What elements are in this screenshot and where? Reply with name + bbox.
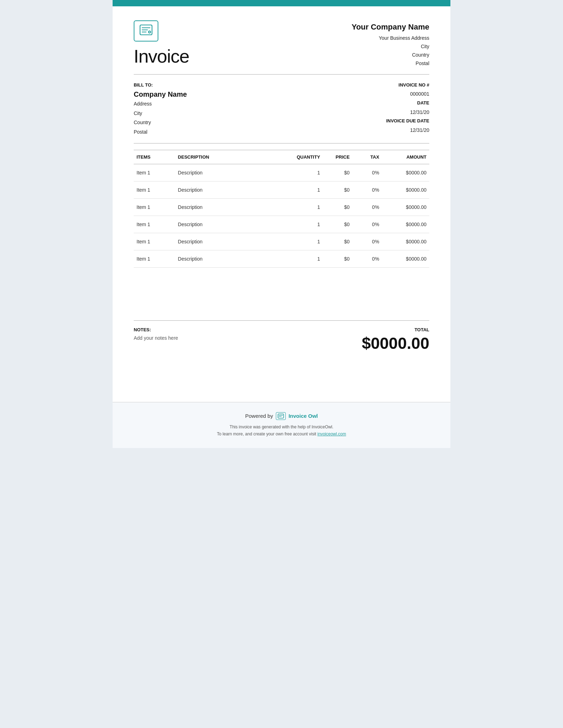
notes-total-section: NOTES: Add your notes here TOTAL $0000.0…: [134, 320, 429, 353]
billing-section: BILL TO: Company Name Address City Count…: [134, 81, 429, 137]
footer-disclaimer: This invoice was generated with the help…: [113, 423, 450, 438]
footer-brand-name: Invoice Owl: [289, 413, 318, 419]
powered-by: Powered by Invoice Owl: [113, 412, 450, 420]
table-row: Item 1 Description 1 $0 0% $0000.00: [134, 216, 429, 233]
header-section: Invoice Your Company Name Your Business …: [134, 20, 429, 68]
total-label: TOTAL: [338, 327, 429, 332]
table-row: Item 1 Description 1 $0 0% $0000.00: [134, 233, 429, 250]
cell-tax-4: 0%: [353, 233, 382, 250]
client-postal: Postal: [134, 127, 187, 137]
cell-amount-3: $0000.00: [382, 216, 429, 233]
due-date-value: 12/31/20: [386, 126, 429, 135]
invoice-page: Invoice Your Company Name Your Business …: [113, 0, 450, 448]
bill-to-area: BILL TO: Company Name Address City Count…: [134, 81, 187, 137]
company-info: Your Company Name Your Business Address …: [352, 20, 429, 68]
total-area: TOTAL $0000.00: [338, 327, 429, 353]
header-divider: [134, 74, 429, 75]
bill-to-label: BILL TO:: [134, 81, 187, 90]
logo-title-area: Invoice: [134, 20, 189, 67]
col-header-amount: AMOUNT: [382, 150, 429, 164]
cell-price-5: $0: [323, 250, 353, 267]
table-row: Item 1 Description 1 $0 0% $0000.00: [134, 164, 429, 181]
billing-divider: [134, 143, 429, 143]
cell-price-3: $0: [323, 216, 353, 233]
client-company-name: Company Name: [134, 89, 187, 99]
cell-item-5: Item 1: [134, 250, 175, 267]
cell-amount-4: $0000.00: [382, 233, 429, 250]
col-header-description: DESCRIPTION: [175, 150, 287, 164]
date-value: 12/31/20: [386, 108, 429, 117]
cell-qty-5: 1: [287, 250, 323, 267]
date-label: DATE: [386, 99, 429, 108]
cell-desc-4: Description: [175, 233, 287, 250]
col-header-price: PRICE: [323, 150, 353, 164]
table-row: Item 1 Description 1 $0 0% $0000.00: [134, 198, 429, 216]
col-header-tax: TAX: [353, 150, 382, 164]
invoice-no-value: 0000001: [386, 89, 429, 99]
footer-disclaimer-line2: To learn more, and create your own free …: [113, 430, 450, 438]
cell-item-0: Item 1: [134, 164, 175, 181]
footer-disclaimer-line1: This invoice was generated with the help…: [113, 423, 450, 430]
cell-desc-0: Description: [175, 164, 287, 181]
cell-desc-3: Description: [175, 216, 287, 233]
footer-logo-icon: [276, 412, 286, 420]
cell-qty-0: 1: [287, 164, 323, 181]
powered-by-text: Powered by: [245, 413, 273, 419]
cell-qty-1: 1: [287, 181, 323, 198]
company-postal: Postal: [352, 59, 429, 68]
cell-amount-2: $0000.00: [382, 198, 429, 216]
client-country: Country: [134, 118, 187, 127]
cell-desc-5: Description: [175, 250, 287, 267]
notes-label: NOTES:: [134, 327, 338, 332]
cell-tax-1: 0%: [353, 181, 382, 198]
cell-tax-3: 0%: [353, 216, 382, 233]
cell-qty-4: 1: [287, 233, 323, 250]
col-header-items: ITEMS: [134, 150, 175, 164]
table-row: Item 1 Description 1 $0 0% $0000.00: [134, 181, 429, 198]
items-table: ITEMS DESCRIPTION QUANTITY PRICE TAX AMO…: [134, 150, 429, 268]
spacer: [134, 275, 429, 310]
cell-amount-5: $0000.00: [382, 250, 429, 267]
invoice-meta: INVOICE NO # 0000001 DATE 12/31/20 INVOI…: [386, 81, 429, 135]
col-header-quantity: QUANTITY: [287, 150, 323, 164]
table-row: Item 1 Description 1 $0 0% $0000.00: [134, 250, 429, 267]
company-city: City: [352, 43, 429, 51]
footer-link[interactable]: invoiceowl.com: [317, 432, 346, 436]
cell-price-4: $0: [323, 233, 353, 250]
client-city: City: [134, 109, 187, 118]
company-country: Country: [352, 51, 429, 59]
cell-tax-0: 0%: [353, 164, 382, 181]
notes-text: Add your notes here: [134, 335, 338, 341]
cell-desc-1: Description: [175, 181, 287, 198]
svg-rect-7: [278, 414, 284, 418]
cell-tax-5: 0%: [353, 250, 382, 267]
cell-price-2: $0: [323, 198, 353, 216]
invoice-icon: [139, 24, 153, 38]
notes-area: NOTES: Add your notes here: [134, 327, 338, 341]
cell-price-1: $0: [323, 181, 353, 198]
cell-item-3: Item 1: [134, 216, 175, 233]
table-header-row: ITEMS DESCRIPTION QUANTITY PRICE TAX AMO…: [134, 150, 429, 164]
total-amount: $0000.00: [338, 334, 429, 353]
company-name: Your Company Name: [352, 20, 429, 33]
client-address: Address: [134, 99, 187, 109]
cell-amount-0: $0000.00: [382, 164, 429, 181]
cell-item-1: Item 1: [134, 181, 175, 198]
cell-item-2: Item 1: [134, 198, 175, 216]
cell-tax-2: 0%: [353, 198, 382, 216]
cell-qty-2: 1: [287, 198, 323, 216]
top-accent-bar: [113, 0, 450, 6]
cell-item-4: Item 1: [134, 233, 175, 250]
invoice-no-label: INVOICE NO #: [386, 81, 429, 90]
due-date-label: INVOICE DUE DATE: [386, 117, 429, 126]
cell-desc-2: Description: [175, 198, 287, 216]
invoice-title: Invoice: [134, 46, 189, 67]
cell-price-0: $0: [323, 164, 353, 181]
footer-section: Powered by Invoice Owl This invoice was …: [113, 402, 450, 448]
company-address: Your Business Address: [352, 34, 429, 43]
company-logo: [134, 20, 158, 41]
cell-qty-3: 1: [287, 216, 323, 233]
cell-amount-1: $0000.00: [382, 181, 429, 198]
